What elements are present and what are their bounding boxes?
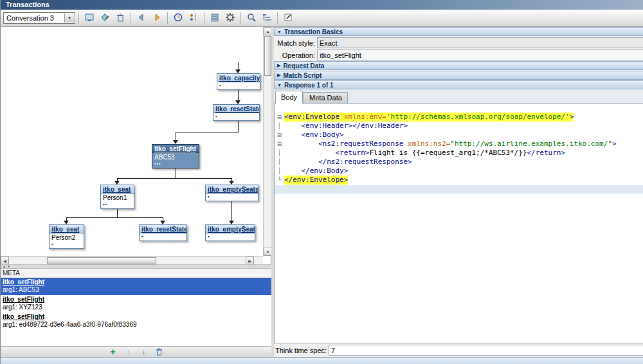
search-button[interactable] xyxy=(244,11,258,25)
scroll-down-icon: ▼ xyxy=(266,250,270,254)
toolbar-separator xyxy=(78,12,79,24)
horizontal-scroll-thumb[interactable] xyxy=(47,257,156,264)
window-bottom-strip xyxy=(1,357,643,364)
code-line: ⊟ <env:Envelope xmlns:env='http://schema… xyxy=(275,113,643,122)
section-response[interactable]: ▼ Response 1 of 1 xyxy=(274,80,643,89)
conversation-graph-pane: itko_capacity ▪ itko_resetState ▪ itko_s… xyxy=(1,27,271,357)
graph-meta-splitter[interactable]: ▲ ▼ xyxy=(1,264,271,269)
application-window: Transactions Conversation 3 ▼ xyxy=(0,0,643,364)
breakpoints-button[interactable] xyxy=(186,11,201,25)
meta-action-bar: + ↑ ↓ xyxy=(1,346,271,357)
graph-node-itko-emptyseats-1[interactable]: itko_emptySeats ▪ xyxy=(205,185,258,201)
toolbar-separator xyxy=(204,12,204,24)
match-style-row: Match style: xyxy=(274,37,643,49)
fold-guide-icon: │ xyxy=(275,167,284,176)
fold-marker-icon[interactable]: ⊟ xyxy=(275,140,284,149)
graph-vertical-scrollbar[interactable]: ▲ ▼ xyxy=(263,27,271,256)
delete-button[interactable] xyxy=(113,11,127,25)
think-time-field[interactable] xyxy=(329,345,643,356)
meta-item-detail: arg1: XYZ123 xyxy=(3,304,269,311)
fold-guide-icon: │ xyxy=(275,149,284,158)
think-time-row: Think time spec: xyxy=(274,343,643,357)
match-style-field[interactable] xyxy=(317,37,643,48)
graph-node-itko-resetstate[interactable]: itko_resetState ▪ xyxy=(213,104,260,121)
edit-transaction-button[interactable] xyxy=(281,11,295,25)
section-request-data[interactable]: ▶ Request Data xyxy=(274,61,643,70)
clock-icon xyxy=(173,12,183,24)
vertical-scroll-thumb[interactable] xyxy=(264,36,271,76)
combo-dropdown-icon[interactable]: ▼ xyxy=(64,14,74,23)
tab-meta-data[interactable]: Meta Data xyxy=(303,92,348,103)
layers-button[interactable] xyxy=(208,11,222,25)
tab-body[interactable]: Body xyxy=(275,91,303,104)
node-arg: ABC53 xyxy=(154,154,197,161)
fold-marker-icon[interactable]: ⊟ xyxy=(275,113,284,122)
collapsed-triangle-icon: ▶ xyxy=(277,63,280,68)
meta-item-name: itko_setFlight xyxy=(3,313,269,321)
expanded-triangle-icon: ▼ xyxy=(277,30,282,34)
delete-item-button[interactable] xyxy=(154,347,165,356)
node-title: itko_seat xyxy=(50,225,84,233)
add-item-button[interactable]: + xyxy=(107,347,118,356)
meta-list-item-selected[interactable]: itko_setFlight arg1: ABC53 xyxy=(1,278,271,295)
conversation-select[interactable]: Conversation 3 ▼ xyxy=(3,12,75,24)
graph-node-itko-seat-2[interactable]: itko_seat Person2 ▪ xyxy=(49,224,84,249)
meta-list-panel: META itko_setFlight arg1: ABC53 itko_set… xyxy=(1,269,271,346)
meta-list-item[interactable]: itko_setFlight arg1: XYZ123 xyxy=(1,295,271,313)
operation-label: Operation: xyxy=(275,51,315,59)
node-ports: ▪ xyxy=(51,242,82,247)
edge xyxy=(238,62,239,69)
meta-list-item[interactable]: itko_setFlight arg1: ed489722-d3e6-4aa6-… xyxy=(1,313,271,330)
response-body-editor[interactable]: ⊟ <env:Envelope xmlns:env='http://schema… xyxy=(274,104,643,343)
graph-node-itko-setflight-selected[interactable]: itko_setFlight ABC53 ▪▪▪ xyxy=(152,144,199,168)
node-ports: ▪▪ xyxy=(103,202,132,207)
edge xyxy=(176,167,176,178)
arrow-up-icon: ↑ xyxy=(127,348,131,356)
move-item-down-button[interactable]: ↓ xyxy=(138,347,149,356)
graph-node-itko-emptyseats-2[interactable]: itko_emptySeats ▪ xyxy=(205,224,255,241)
tree-view-button[interactable] xyxy=(260,11,274,25)
scroll-left-icon: ◀ xyxy=(3,259,6,263)
fold-marker-icon[interactable]: ⊟ xyxy=(275,131,284,140)
section-transaction-basics[interactable]: ▼ Transaction Basics xyxy=(274,27,643,36)
meta-item-detail: arg1: ABC53 xyxy=(3,286,269,294)
history-button[interactable] xyxy=(171,11,185,25)
settings-button[interactable] xyxy=(223,11,237,25)
forward-button[interactable] xyxy=(150,11,164,25)
code-line: │ <return>Flight is {{=request_arg1;/*AB… xyxy=(275,149,643,158)
node-title: itko_emptySeats xyxy=(206,185,258,194)
move-item-up-button[interactable]: ↑ xyxy=(123,347,134,356)
back-button[interactable] xyxy=(134,11,149,25)
meta-list-header: META xyxy=(1,269,271,278)
trash-icon xyxy=(155,347,163,357)
rename-button[interactable] xyxy=(98,11,112,25)
scroll-right-icon: ▶ xyxy=(248,259,251,263)
node-title: itko_setFlight xyxy=(152,145,199,153)
toolbar-separator xyxy=(240,12,241,24)
arrow-left-icon xyxy=(136,12,147,24)
toolbar-separator xyxy=(167,12,168,24)
response-tab-bar: Body Meta Data xyxy=(274,90,643,104)
screenshot-button[interactable] xyxy=(82,11,96,25)
splitter-collapse-up-icon[interactable]: ▲ xyxy=(3,264,6,268)
section-match-script[interactable]: ▶ Match Script xyxy=(274,71,643,80)
conversation-select-value: Conversation 3 xyxy=(6,14,54,22)
compose-icon xyxy=(283,12,293,24)
search-icon xyxy=(246,12,257,24)
graph-canvas[interactable]: itko_capacity ▪ itko_resetState ▪ itko_s… xyxy=(1,27,263,256)
graph-node-itko-capacity[interactable]: itko_capacity ▪ xyxy=(217,73,260,90)
graph-node-itko-seat-1[interactable]: itko_seat Person1 ▪▪ xyxy=(100,185,134,209)
section-label: Request Data xyxy=(283,62,324,69)
section-label: Match Script xyxy=(283,72,322,79)
operation-field[interactable] xyxy=(317,50,643,60)
fold-end-icon: └ xyxy=(275,176,284,185)
code-line: │ </env:Body> xyxy=(275,167,643,176)
splitter-collapse-down-icon[interactable]: ▼ xyxy=(7,264,10,268)
graph-horizontal-scrollbar[interactable]: ◀ ▶ xyxy=(1,256,263,264)
graph-node-itko-resetstate-2[interactable]: itko_resetState ▪ xyxy=(139,224,187,241)
match-style-label: Match style: xyxy=(275,39,315,47)
breakpoint-dots-icon xyxy=(188,12,199,24)
fold-guide-icon: │ xyxy=(275,122,284,131)
node-title: itko_capacity xyxy=(217,74,260,82)
code-line: ⊟ <env:Body> xyxy=(275,131,643,140)
